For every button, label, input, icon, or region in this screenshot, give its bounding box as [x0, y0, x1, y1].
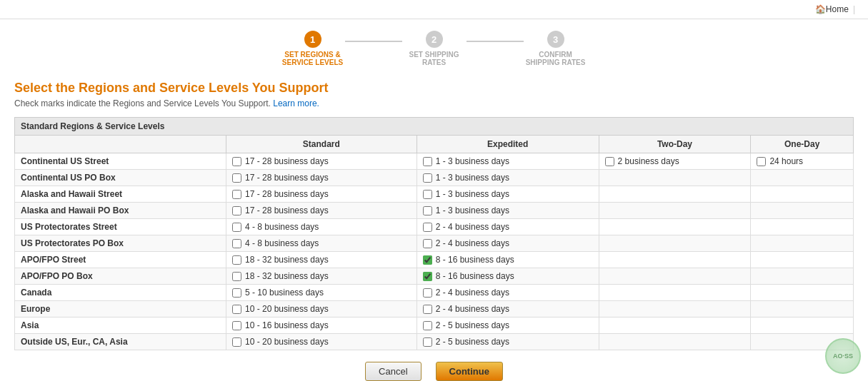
expedited-cell: 1 - 3 business days: [416, 203, 599, 219]
two-day-cell: 2 business days: [599, 153, 751, 170]
region-name: US Protectorates Street: [15, 219, 226, 235]
two-day-cell: [599, 219, 751, 235]
standard-checkbox[interactable]: [232, 321, 241, 330]
expedited-checkbox[interactable]: [423, 190, 432, 199]
one-day-label: 24 hours: [769, 156, 803, 166]
expedited-label: 1 - 3 business days: [436, 173, 509, 183]
expedited-checkbox[interactable]: [423, 305, 432, 314]
expedited-label: 1 - 3 business days: [436, 205, 509, 215]
home-link[interactable]: Home: [826, 4, 849, 14]
table-row: Outside US, Eur., CA, Asia10 - 20 busine…: [15, 334, 854, 350]
expedited-checkbox[interactable]: [423, 206, 432, 215]
two-day-cell: [599, 318, 751, 334]
two-day-cell: [599, 252, 751, 268]
standard-cell: 18 - 32 business days: [226, 252, 416, 268]
expedited-cell: 2 - 4 business days: [416, 285, 599, 301]
standard-label: 5 - 10 business days: [245, 288, 324, 298]
expedited-label: 8 - 16 business days: [436, 255, 514, 265]
expedited-label: 2 - 4 business days: [436, 238, 509, 248]
standard-checkbox[interactable]: [232, 157, 241, 166]
expedited-label: 2 - 5 business days: [436, 320, 509, 330]
table-header-row: Standard Expedited Two-Day One-Day: [15, 136, 854, 153]
standard-cell: 17 - 28 business days: [226, 186, 416, 203]
regions-table: Standard Expedited Two-Day One-Day Conti…: [14, 135, 854, 350]
continue-button[interactable]: Continue: [436, 362, 503, 381]
table-row: Asia10 - 16 business days2 - 5 business …: [15, 318, 854, 334]
standard-checkbox[interactable]: [232, 173, 241, 183]
step-1-label: SET REGIONS & SERVICE LEVELS: [281, 51, 345, 66]
step-3-circle: 3: [547, 31, 564, 48]
learn-more-link[interactable]: Learn more.: [273, 98, 319, 108]
page-subtitle: Check marks indicate the Regions and Ser…: [14, 98, 854, 108]
nav-separator: |: [853, 4, 855, 14]
region-name: US Protectorates PO Box: [15, 235, 226, 252]
section-header: Standard Regions & Service Levels: [14, 117, 854, 135]
two-day-cell: [599, 268, 751, 285]
table-row: US Protectorates Street4 - 8 business da…: [15, 219, 854, 235]
region-name: Canada: [15, 285, 226, 301]
two-day-cell: [599, 235, 751, 252]
expedited-cell: 8 - 16 business days: [416, 252, 599, 268]
region-name: APO/FPO Street: [15, 252, 226, 268]
standard-cell: 18 - 32 business days: [226, 268, 416, 285]
two-day-cell: [599, 170, 751, 186]
expedited-checkbox[interactable]: [423, 272, 432, 281]
expedited-label: 2 - 4 business days: [436, 288, 509, 298]
expedited-checkbox[interactable]: [423, 157, 432, 166]
standard-checkbox[interactable]: [232, 272, 241, 281]
expedited-label: 1 - 3 business days: [436, 156, 509, 166]
expedited-cell: 2 - 4 business days: [416, 235, 599, 252]
standard-checkbox[interactable]: [232, 305, 241, 314]
standard-checkbox[interactable]: [232, 337, 241, 347]
subtitle-text: Check marks indicate the Regions and Ser…: [14, 98, 271, 108]
expedited-checkbox[interactable]: [423, 239, 432, 248]
one-day-cell: [751, 203, 854, 219]
home-icon: 🏠: [815, 4, 826, 14]
standard-checkbox[interactable]: [232, 255, 241, 265]
standard-cell: 10 - 20 business days: [226, 301, 416, 318]
expedited-checkbox[interactable]: [423, 321, 432, 330]
expedited-checkbox[interactable]: [423, 173, 432, 183]
region-name: APO/FPO PO Box: [15, 268, 226, 285]
cancel-button[interactable]: Cancel: [365, 362, 421, 381]
step-2-circle: 2: [426, 31, 443, 48]
col-two-day: Two-Day: [599, 136, 751, 153]
col-one-day: One-Day: [751, 136, 854, 153]
standard-cell: 17 - 28 business days: [226, 203, 416, 219]
expedited-checkbox[interactable]: [423, 288, 432, 298]
standard-label: 10 - 16 business days: [245, 320, 329, 330]
standard-checkbox[interactable]: [232, 239, 241, 248]
table-row: Alaska and Hawaii Street17 - 28 business…: [15, 186, 854, 203]
top-nav: 🏠 Home |: [0, 0, 868, 19]
two-day-checkbox[interactable]: [605, 157, 614, 166]
expedited-cell: 1 - 3 business days: [416, 170, 599, 186]
one-day-cell: [751, 219, 854, 235]
standard-checkbox[interactable]: [232, 206, 241, 215]
expedited-label: 8 - 16 business days: [436, 271, 514, 281]
one-day-cell: [751, 170, 854, 186]
expedited-checkbox[interactable]: [423, 223, 432, 232]
one-day-cell: [751, 318, 854, 334]
expedited-checkbox[interactable]: [423, 337, 432, 347]
one-day-cell: [751, 268, 854, 285]
two-day-cell: [599, 203, 751, 219]
one-day-checkbox[interactable]: [757, 157, 766, 166]
standard-label: 17 - 28 business days: [245, 189, 329, 199]
standard-checkbox[interactable]: [232, 288, 241, 298]
standard-cell: 10 - 20 business days: [226, 334, 416, 350]
expedited-label: 2 - 4 business days: [436, 222, 509, 232]
standard-checkbox[interactable]: [232, 190, 241, 199]
standard-label: 17 - 28 business days: [245, 205, 329, 215]
one-day-cell: [751, 301, 854, 318]
expedited-checkbox[interactable]: [423, 255, 432, 265]
standard-checkbox[interactable]: [232, 223, 241, 232]
region-name: Outside US, Eur., CA, Asia: [15, 334, 226, 350]
connector-1-2: [345, 41, 402, 42]
step-1-circle: 1: [304, 31, 321, 48]
region-name: Europe: [15, 301, 226, 318]
step-1: 1 SET REGIONS & SERVICE LEVELS: [281, 31, 345, 66]
region-name: Continental US PO Box: [15, 170, 226, 186]
standard-cell: 17 - 28 business days: [226, 170, 416, 186]
col-region: [15, 136, 226, 153]
one-day-cell: [751, 235, 854, 252]
